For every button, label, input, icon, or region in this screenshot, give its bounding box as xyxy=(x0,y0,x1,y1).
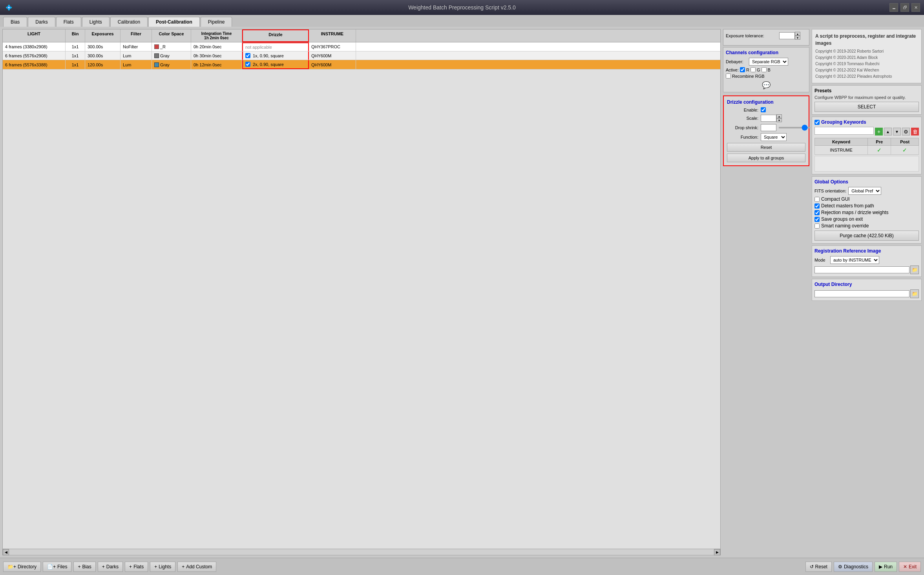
cell-filter-1: Lum xyxy=(121,51,152,60)
add-files-button[interactable]: 📄+ Files xyxy=(43,562,71,572)
close-button[interactable]: ✕ xyxy=(911,3,920,12)
far-right-panel: A script to preprocess, register and int… xyxy=(812,29,922,555)
tab-flats[interactable]: Flats xyxy=(56,17,81,27)
reg-path-input[interactable]: auto xyxy=(814,266,909,273)
col-bin: Bin xyxy=(66,29,85,42)
drizzle-enable-checkbox[interactable] xyxy=(761,107,766,112)
message-icon[interactable]: 💬 xyxy=(726,81,807,90)
col-exposures: Exposures xyxy=(85,29,121,42)
add-darks-icon: + xyxy=(102,564,105,570)
presets-select-button[interactable]: SELECT xyxy=(814,102,919,112)
exposure-tolerance-spinner[interactable]: 2 ▲ ▼ xyxy=(779,32,800,40)
drizzle-scale-input[interactable]: 2 xyxy=(761,115,776,122)
exit-icon: ✕ xyxy=(903,564,907,570)
tab-post-calibration[interactable]: Post-Calibration xyxy=(148,17,200,27)
recombine-checkbox[interactable] xyxy=(726,73,731,79)
drizzle-check-1[interactable] xyxy=(245,53,250,58)
horizontal-scrollbar[interactable]: ◀ ▶ xyxy=(3,549,720,555)
table-row: 6 frames (5576x2908) 1x1 300.00s Lum Gra… xyxy=(3,51,720,60)
b-checkbox[interactable] xyxy=(761,67,767,72)
spinner-down[interactable]: ▼ xyxy=(795,36,800,40)
keyword-post: ✓ xyxy=(891,146,919,155)
app-logo: 💠 xyxy=(5,4,12,11)
add-directory-button[interactable]: 📁+ Directory xyxy=(3,562,41,572)
minimize-button[interactable]: 🗕 xyxy=(889,3,898,12)
cell-light-0: 4 frames (3380x2908) xyxy=(3,42,66,51)
save-groups-label: Save groups on exit xyxy=(821,216,863,222)
delete-keyword-button[interactable]: 🗑 xyxy=(911,128,919,136)
tab-pipeline[interactable]: Pipeline xyxy=(201,17,232,27)
add-keyword-button[interactable]: + xyxy=(875,128,883,136)
add-custom-button[interactable]: + Add Custom xyxy=(177,562,216,572)
col-integration: Integration Time1h 2min 0sec xyxy=(191,29,242,42)
rejection-maps-checkbox[interactable] xyxy=(814,210,820,215)
exit-button[interactable]: ✕ Exit xyxy=(899,562,921,572)
spinner-up[interactable]: ▲ xyxy=(795,32,800,36)
add-bias-button[interactable]: + Bias xyxy=(73,562,95,572)
active-checkbox[interactable] xyxy=(740,67,745,72)
reg-folder-button[interactable]: 📁 xyxy=(910,266,919,274)
debayer-label: Debayer: xyxy=(726,59,747,64)
drop-shrink-input[interactable]: 0.90 xyxy=(761,124,776,131)
apply-all-groups-button[interactable]: Apply to all groups xyxy=(727,154,805,162)
drizzle-scale-spinner[interactable]: 2 ▲ ▼ xyxy=(761,114,782,122)
function-label: Function: xyxy=(727,135,758,139)
diagnostics-icon: ⚙ xyxy=(838,564,842,570)
run-button[interactable]: ▶ Run xyxy=(875,562,897,572)
compact-gui-checkbox[interactable] xyxy=(814,197,820,202)
smart-naming-label: Smart naming override xyxy=(821,223,869,229)
grouping-box: Grouping Keywords + ▲ ▼ ⚙ 🗑 Keyword Pre xyxy=(812,117,922,174)
save-groups-checkbox[interactable] xyxy=(814,217,820,222)
output-folder-button[interactable]: 📁 xyxy=(910,289,919,298)
add-directory-icon: 📁+ xyxy=(7,564,16,570)
tab-darks[interactable]: Darks xyxy=(28,17,55,27)
scroll-right-btn[interactable]: ▶ xyxy=(714,549,720,555)
col-filter: Filter xyxy=(121,29,152,42)
diagnostics-button[interactable]: ⚙ Diagnostics xyxy=(834,562,873,572)
g-checkbox[interactable] xyxy=(751,67,756,72)
col-drizzle: Drizzle xyxy=(242,29,309,42)
cell-instrume-2: QHY600M xyxy=(309,60,356,69)
add-darks-button[interactable]: + Darks xyxy=(98,562,123,572)
reset-button[interactable]: Reset xyxy=(727,143,805,152)
drop-shrink-slider[interactable] xyxy=(779,127,810,128)
maximize-button[interactable]: 🗗 xyxy=(900,3,909,12)
table-row: 6 frames (5576x3388) 1x1 120.00s Lum Gra… xyxy=(3,60,720,70)
channels-config-box: Channels configuration Debayer: Separate… xyxy=(723,47,809,92)
registration-title: Registration Reference Image xyxy=(814,248,919,254)
col-keyword: Keyword xyxy=(815,138,868,146)
tab-bias[interactable]: Bias xyxy=(3,17,27,27)
compact-gui-label: Compact GUI xyxy=(821,196,850,202)
col-post: Post xyxy=(891,138,919,146)
scroll-left-btn[interactable]: ◀ xyxy=(3,549,9,555)
exposure-tolerance-box: Exposure tolerance: 2 ▲ ▼ xyxy=(723,29,809,46)
move-down-button[interactable]: ▼ xyxy=(893,128,901,136)
output-path-input[interactable]: 'AstroPhotography/temp/wbpp xyxy=(814,290,909,297)
scroll-track[interactable] xyxy=(9,551,714,554)
drop-shrink-label: Drop shrink: xyxy=(727,125,758,130)
detect-masters-checkbox[interactable] xyxy=(814,203,820,209)
move-up-button[interactable]: ▲ xyxy=(884,128,892,136)
reset-button[interactable]: ↺ Reset xyxy=(805,562,832,572)
cell-colorspace-2: Gray xyxy=(152,60,191,69)
keyword-name: INSTRUME xyxy=(815,146,868,155)
smart-naming-checkbox[interactable] xyxy=(814,223,820,229)
fits-orientation-select[interactable]: Global Pref Normal xyxy=(848,187,881,195)
reg-mode-select[interactable]: auto by INSTRUME manual xyxy=(830,256,879,264)
b-label: B xyxy=(768,68,771,72)
tab-calibration[interactable]: Calibration xyxy=(110,17,148,27)
tab-lights[interactable]: Lights xyxy=(82,17,110,27)
keyword-pre: ✓ xyxy=(868,146,891,155)
keyword-input[interactable] xyxy=(814,127,874,135)
function-select[interactable]: Square Circular xyxy=(761,133,787,141)
scale-up-btn[interactable]: ▲ xyxy=(776,114,782,118)
keyword-settings-button[interactable]: ⚙ xyxy=(902,128,910,136)
purge-cache-button[interactable]: Purge cache (422.50 KiB) xyxy=(814,231,919,241)
add-flats-button[interactable]: + Flats xyxy=(125,562,148,572)
scale-down-btn[interactable]: ▼ xyxy=(776,118,782,122)
grouping-checkbox[interactable] xyxy=(814,120,820,125)
add-lights-button[interactable]: + Lights xyxy=(150,562,175,572)
exposure-tolerance-input[interactable]: 2 xyxy=(779,32,795,39)
drizzle-check-2[interactable] xyxy=(245,62,250,67)
debayer-select[interactable]: Separate RGB None xyxy=(749,58,788,66)
